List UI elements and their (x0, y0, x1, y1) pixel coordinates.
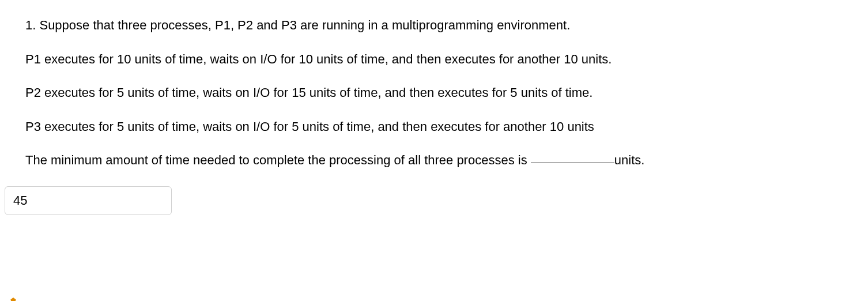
cutoff-bullet-icon (10, 298, 16, 301)
stem-line-5: The minimum amount of time needed to com… (25, 152, 845, 169)
stem-line-1: 1. Suppose that three processes, P1, P2 … (25, 17, 845, 34)
answer-input[interactable] (13, 193, 163, 208)
fill-in-blank (531, 163, 614, 163)
stem-line-2: P1 executes for 10 units of time, waits … (25, 51, 845, 68)
svg-marker-0 (10, 298, 16, 301)
question-page: 1. Suppose that three processes, P1, P2 … (0, 0, 868, 301)
answer-input-container[interactable] (5, 186, 172, 215)
stem-line-5-prefix: The minimum amount of time needed to com… (25, 153, 531, 167)
stem-line-3: P2 executes for 5 units of time, waits o… (25, 85, 845, 101)
question-stem: 1. Suppose that three processes, P1, P2 … (25, 17, 845, 169)
stem-line-4: P3 executes for 5 units of time, waits o… (25, 119, 845, 136)
stem-line-5-suffix: units. (614, 153, 645, 167)
